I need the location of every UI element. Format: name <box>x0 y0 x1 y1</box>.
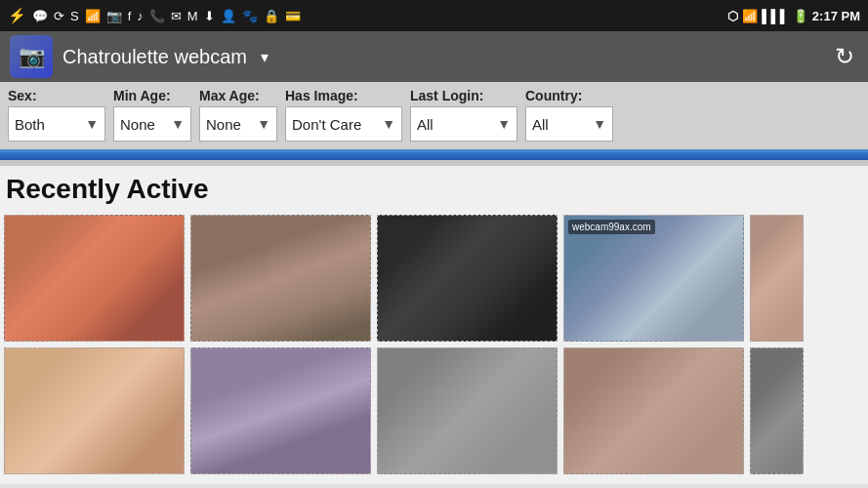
app-title: Chatroulette webcam <box>62 46 247 68</box>
status-icons-right: ⬡ 📶 ▌▌▌ 🔋 2:17 PM <box>727 9 860 23</box>
filter-hasimage-value: Don't Care <box>292 116 378 133</box>
filter-lastlogin-arrow: ▼ <box>497 116 511 132</box>
time-display: 2:17 PM <box>812 9 860 23</box>
thumbnail-4[interactable]: webcam99ax.com <box>563 215 744 342</box>
wifi-icon: 📶 <box>742 9 758 23</box>
filter-minage-arrow: ▼ <box>171 116 185 132</box>
filter-sex: Sex: Both ▼ <box>8 88 105 142</box>
music-icon: ♪ <box>137 9 144 23</box>
lock-icon: 🔒 <box>264 9 279 23</box>
notification-icon: 💬 <box>32 9 48 23</box>
filter-country-arrow: ▼ <box>593 116 606 132</box>
thumbnail-1[interactable] <box>4 215 185 342</box>
user-icon: 👤 <box>221 9 236 23</box>
header-bar: 📷 Chatroulette webcam ▾ ↻ <box>0 31 868 82</box>
webcam-badge: webcam99ax.com <box>568 220 655 234</box>
filter-row: Sex: Both ▼ Min Age: None ▼ Max Age: Non… <box>8 88 860 142</box>
thumbnail-10-partial[interactable] <box>750 347 804 474</box>
thumbnail-5-partial[interactable] <box>750 215 804 342</box>
filter-country-value: All <box>532 116 589 133</box>
filter-minage: Min Age: None ▼ <box>113 88 191 142</box>
viber-icon: 📞 <box>149 9 165 23</box>
filter-lastlogin: Last Login: All ▼ <box>410 88 517 142</box>
thumbnail-row-1: webcam99ax.com <box>4 215 864 342</box>
filter-hasimage-label: Has Image: <box>285 88 402 103</box>
filter-lastlogin-value: All <box>417 116 493 133</box>
status-icons-left: ⚡ 💬 ⟳ S 📶 📷 f ♪ 📞 ✉ M ⬇ 👤 🐾 🔒 💳 <box>8 7 301 24</box>
filter-hasimage: Has Image: Don't Care ▼ <box>285 88 402 142</box>
filter-sex-select[interactable]: Both ▼ <box>8 106 105 142</box>
network-icon: ▌▌▌ <box>762 9 789 23</box>
thumbnail-9[interactable] <box>563 347 744 474</box>
header-left: 📷 Chatroulette webcam ▾ <box>10 35 269 78</box>
filter-maxage-select[interactable]: None ▼ <box>199 106 277 142</box>
sync-icon: ⟳ <box>54 9 64 23</box>
thumbnail-8[interactable] <box>377 347 558 474</box>
filter-bar: Sex: Both ▼ Min Age: None ▼ Max Age: Non… <box>0 82 868 152</box>
filter-sex-value: Both <box>15 116 81 133</box>
filter-country-label: Country: <box>525 88 613 103</box>
main-content: Recently Active webcam99ax.com <box>0 166 868 484</box>
battery-icon: 🔋 <box>793 9 808 23</box>
mail-icon: ✉ <box>171 9 182 23</box>
avatar-icon: 🐾 <box>242 9 258 23</box>
filter-minage-label: Min Age: <box>113 88 191 103</box>
thumbnail-3[interactable] <box>377 215 558 342</box>
fb-icon: f <box>128 9 132 23</box>
filter-country: Country: All ▼ <box>525 88 613 142</box>
refresh-button[interactable]: ↻ <box>831 39 858 74</box>
filter-sex-label: Sex: <box>8 88 105 103</box>
filter-hasimage-arrow: ▼ <box>382 116 395 132</box>
filter-country-select[interactable]: All ▼ <box>525 106 613 142</box>
thumbnail-6[interactable] <box>4 347 185 474</box>
skype-icon: S <box>70 9 79 23</box>
thumbnail-2[interactable] <box>190 215 371 342</box>
filter-maxage-arrow: ▼ <box>257 116 270 132</box>
signal-icon: 📶 <box>85 9 101 23</box>
filter-lastlogin-select[interactable]: All ▼ <box>410 106 517 142</box>
filter-sex-arrow: ▼ <box>85 116 99 132</box>
filter-maxage-label: Max Age: <box>199 88 277 103</box>
photo-icon: 📷 <box>106 9 122 23</box>
thumbnail-row-2 <box>4 347 864 474</box>
filter-minage-select[interactable]: None ▼ <box>113 106 191 142</box>
filter-hasimage-select[interactable]: Don't Care ▼ <box>285 106 402 142</box>
download-icon: ⬇ <box>204 9 215 23</box>
wallet-icon: 💳 <box>285 9 301 23</box>
status-bar: ⚡ 💬 ⟳ S 📶 📷 f ♪ 📞 ✉ M ⬇ 👤 🐾 🔒 💳 ⬡ 📶 ▌▌▌ … <box>0 0 868 31</box>
filter-maxage: Max Age: None ▼ <box>199 88 277 142</box>
section-title: Recently Active <box>4 174 864 205</box>
thumbnail-7[interactable] <box>190 347 371 474</box>
blue-divider <box>0 152 868 160</box>
header-dropdown-arrow[interactable]: ▾ <box>261 48 269 66</box>
usb-icon: ⚡ <box>8 7 26 24</box>
filter-lastlogin-label: Last Login: <box>410 88 517 103</box>
app-icon: 📷 <box>10 35 53 78</box>
filter-maxage-value: None <box>206 116 253 133</box>
bluetooth-icon: ⬡ <box>727 9 738 23</box>
gmail-icon: M <box>187 9 198 23</box>
filter-minage-value: None <box>120 116 167 133</box>
